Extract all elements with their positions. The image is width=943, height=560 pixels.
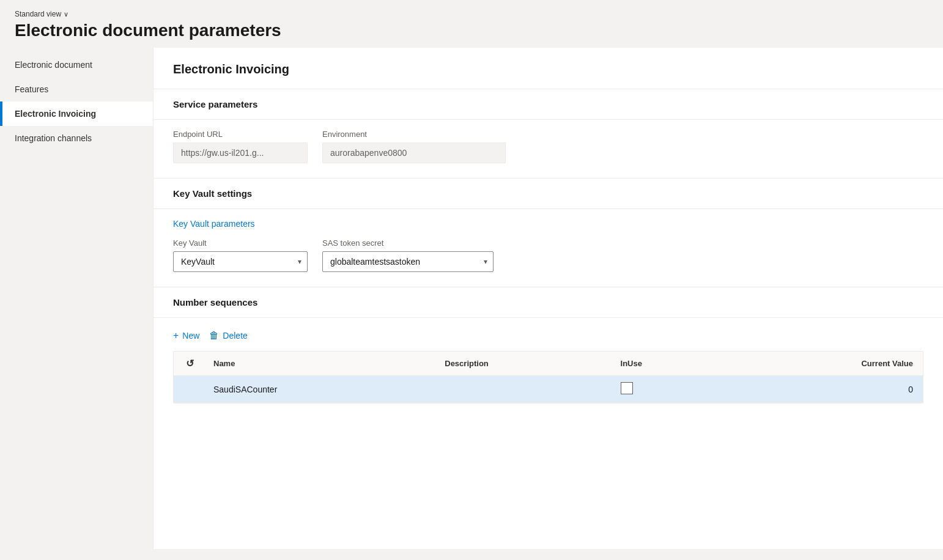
- endpoint-url-group: Endpoint URL https://gw.us-il201.g...: [173, 130, 308, 163]
- sidebar-item-label: Integration channels: [15, 133, 92, 143]
- environment-label: Environment: [322, 130, 506, 139]
- new-button-label: New: [182, 331, 199, 341]
- sas-token-label: SAS token secret: [322, 238, 494, 248]
- endpoint-url-value: https://gw.us-il201.g...: [173, 142, 308, 163]
- endpoint-url-label: Endpoint URL: [173, 130, 308, 139]
- key-vault-label: Key Vault: [173, 238, 308, 248]
- name-cell: SaudiSACounter: [204, 376, 435, 403]
- sas-token-group: SAS token secret globalteamtestsastoken: [322, 238, 494, 272]
- current-value-cell: 0: [725, 376, 923, 403]
- number-sequences-table-container: ↺ Name Description InUse: [173, 351, 923, 403]
- key-vault-fields: Key Vault KeyVault SAS token secret glob…: [173, 238, 923, 272]
- page-header: Standard view ∨ Electronic document para…: [0, 0, 943, 48]
- key-vault-title: Key Vault settings: [173, 188, 923, 199]
- environment-value: aurorabapenve0800: [322, 142, 506, 163]
- standard-view-text: Standard view: [15, 10, 61, 18]
- divider-keyvault: [153, 178, 943, 179]
- number-sequences-section: Number sequences + New 🗑 Delete: [173, 297, 923, 403]
- divider-service: [153, 119, 943, 120]
- standard-view-label[interactable]: Standard view ∨: [15, 10, 928, 18]
- content-area: Electronic Invoicing Service parameters …: [153, 48, 943, 549]
- service-parameters-section: Service parameters Endpoint URL https://…: [173, 99, 923, 163]
- row-refresh-cell: [176, 376, 204, 403]
- divider-top: [153, 89, 943, 89]
- number-sequences-title: Number sequences: [173, 297, 923, 308]
- inuse-cell: [611, 376, 725, 403]
- divider-kv-inner: [153, 208, 943, 209]
- sas-token-select-wrapper: globalteamtestsastoken: [322, 251, 494, 272]
- new-button[interactable]: + New: [173, 328, 199, 344]
- divider-numseq: [153, 287, 943, 287]
- delete-button[interactable]: 🗑 Delete: [209, 328, 247, 344]
- sidebar-item-integration-channels[interactable]: Integration channels: [0, 126, 153, 150]
- current-value-value: 0: [908, 385, 913, 394]
- key-vault-select[interactable]: KeyVault: [173, 251, 308, 272]
- service-parameters-fields: Endpoint URL https://gw.us-il201.g... En…: [173, 130, 923, 163]
- name-col-header: Name: [204, 352, 435, 376]
- chevron-down-icon: ∨: [64, 10, 68, 18]
- refresh-icon[interactable]: ↺: [186, 358, 194, 369]
- number-sequences-toolbar: + New 🗑 Delete: [173, 328, 923, 344]
- name-value: SaudiSACounter: [213, 385, 277, 394]
- content-title: Electronic Invoicing: [173, 62, 923, 76]
- sidebar-item-electronic-invoicing[interactable]: Electronic Invoicing: [0, 101, 153, 126]
- key-vault-parameters-link[interactable]: Key Vault parameters: [173, 219, 255, 229]
- sidebar-item-label: Electronic Invoicing: [15, 109, 96, 119]
- main-layout: Electronic document Features Electronic …: [0, 48, 943, 549]
- divider-ns-inner: [153, 317, 943, 318]
- inuse-checkbox[interactable]: [621, 382, 633, 394]
- sidebar-item-label: Features: [15, 84, 48, 94]
- sidebar-item-features[interactable]: Features: [0, 77, 153, 101]
- trash-icon: 🗑: [209, 330, 219, 341]
- sidebar-item-label: Electronic document: [15, 60, 92, 70]
- sas-token-select[interactable]: globalteamtestsastoken: [322, 251, 494, 272]
- current-value-col-header: Current Value: [725, 352, 923, 376]
- sidebar-item-electronic-document[interactable]: Electronic document: [0, 53, 153, 77]
- description-col-header: Description: [435, 352, 610, 376]
- inuse-col-header: InUse: [611, 352, 725, 376]
- key-vault-group: Key Vault KeyVault: [173, 238, 308, 272]
- refresh-col-header: ↺: [176, 352, 204, 376]
- page-title: Electronic document parameters: [15, 21, 928, 40]
- plus-icon: +: [173, 330, 179, 341]
- table-row[interactable]: SaudiSACounter 0: [174, 376, 923, 403]
- number-sequences-table: ↺ Name Description InUse: [174, 352, 923, 403]
- key-vault-select-wrapper: KeyVault: [173, 251, 308, 272]
- key-vault-section: Key Vault settings Key Vault parameters …: [173, 188, 923, 272]
- delete-button-label: Delete: [223, 331, 247, 341]
- environment-group: Environment aurorabapenve0800: [322, 130, 506, 163]
- service-parameters-title: Service parameters: [173, 99, 923, 109]
- description-cell: [435, 376, 610, 403]
- table-header-row: ↺ Name Description InUse: [174, 352, 923, 376]
- sidebar: Electronic document Features Electronic …: [0, 48, 153, 549]
